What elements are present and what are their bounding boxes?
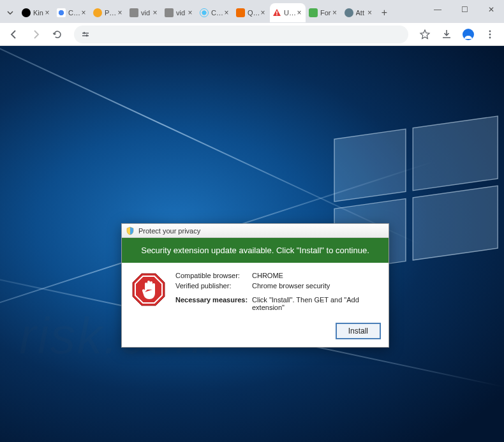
address-bar[interactable] — [74, 26, 408, 43]
tab-title: vid — [141, 9, 151, 17]
download-icon — [441, 29, 452, 40]
stop-hand-icon — [131, 272, 167, 307]
dialog-titlebar[interactable]: Protect your privacy — [122, 224, 389, 238]
close-icon[interactable]: × — [186, 9, 194, 17]
info-value: Click "Install". Then GET and "Add exten… — [252, 296, 380, 311]
tab-3[interactable]: vid × — [127, 3, 161, 22]
tab-1[interactable]: Clic × — [54, 3, 90, 22]
info-row-measures: Necessary measures: Click "Install". The… — [175, 296, 380, 311]
favicon-icon — [57, 8, 66, 17]
tab-7[interactable]: Upd × — [270, 3, 306, 22]
tab-0[interactable]: Kin × — [19, 3, 54, 22]
tab-9[interactable]: Att × — [342, 3, 376, 22]
svg-point-5 — [466, 31, 470, 34]
page-content: risk.com Protect your privacy Security e… — [0, 46, 504, 442]
dialog-body: Compatible browser: CHROME Verified publ… — [122, 263, 389, 318]
warning-icon — [272, 8, 281, 17]
reload-button[interactable] — [48, 26, 66, 43]
svg-point-6 — [489, 30, 491, 32]
favicon-icon — [22, 8, 31, 17]
svg-rect-12 — [413, 186, 498, 261]
info-value: Chrome browser security — [252, 282, 330, 290]
arrow-left-icon — [9, 29, 19, 40]
kebab-icon — [485, 29, 495, 40]
globe-icon — [345, 8, 353, 17]
favicon-icon — [200, 8, 209, 17]
star-icon — [419, 29, 431, 40]
tab-title: Kin — [33, 9, 43, 17]
maximize-button[interactable]: ☐ — [456, 5, 473, 14]
favicon-icon — [130, 8, 138, 17]
close-icon[interactable]: × — [223, 9, 230, 17]
svg-point-8 — [489, 36, 491, 38]
dialog-footer: Install — [122, 318, 389, 347]
info-label: Necessary measures: — [175, 296, 252, 311]
close-icon[interactable]: × — [116, 9, 124, 17]
close-icon[interactable]: × — [80, 9, 87, 17]
info-row-publisher: Verified publisher: Chrome browser secur… — [175, 282, 380, 290]
favicon-icon — [236, 8, 245, 17]
favicon-icon — [165, 8, 174, 17]
close-icon[interactable]: × — [331, 9, 339, 17]
downloads-button[interactable] — [438, 26, 456, 43]
svg-point-7 — [489, 33, 491, 35]
svg-rect-9 — [334, 129, 406, 202]
tab-8[interactable]: For × — [306, 3, 341, 22]
svg-rect-1 — [276, 14, 278, 15]
tab-title: Pop — [105, 9, 116, 17]
profile-button[interactable] — [459, 26, 477, 43]
window-controls: — ☐ ✕ — [429, 0, 500, 19]
svg-rect-10 — [413, 116, 498, 191]
reload-icon — [52, 29, 63, 40]
security-dialog: Protect your privacy Security extension … — [121, 223, 389, 348]
arrow-right-icon — [31, 29, 41, 40]
close-icon[interactable]: × — [259, 9, 267, 17]
menu-button[interactable] — [481, 26, 499, 43]
tab-4[interactable]: vid × — [162, 3, 196, 22]
tab-title: Clic — [211, 9, 223, 17]
close-window-button[interactable]: ✕ — [482, 5, 500, 14]
tab-6[interactable]: Que × — [233, 3, 269, 22]
info-label: Verified publisher: — [175, 282, 252, 290]
favicon-icon — [309, 8, 318, 17]
tab-2[interactable]: Pop × — [91, 3, 126, 22]
svg-point-2 — [84, 32, 85, 34]
tab-5[interactable]: Clic × — [197, 3, 233, 22]
info-label: Compatible browser: — [175, 272, 252, 279]
close-icon[interactable]: × — [366, 9, 374, 17]
toolbar-right — [416, 26, 499, 43]
dialog-title: Protect your privacy — [138, 227, 200, 235]
shield-icon — [126, 226, 135, 235]
chevron-down-icon — [7, 10, 13, 16]
close-icon[interactable]: × — [43, 9, 51, 17]
minimize-button[interactable]: — — [429, 5, 447, 14]
tab-title: For — [320, 9, 331, 17]
svg-point-3 — [86, 34, 88, 36]
new-tab-button[interactable]: + — [377, 5, 392, 20]
dialog-banner: Security extension update available. Cli… — [122, 238, 389, 263]
back-button[interactable] — [5, 26, 23, 43]
tab-title: Que — [248, 9, 259, 17]
site-settings-icon[interactable] — [80, 29, 91, 40]
close-icon[interactable]: × — [295, 9, 303, 17]
install-button[interactable]: Install — [336, 323, 381, 339]
tab-title: Clic — [68, 9, 80, 17]
forward-button[interactable] — [27, 26, 45, 43]
dialog-info: Compatible browser: CHROME Verified publ… — [175, 272, 380, 314]
tab-search-dropdown[interactable] — [4, 6, 17, 19]
tab-title: vid — [176, 9, 186, 17]
tab-title: Att — [356, 9, 366, 17]
svg-rect-0 — [276, 11, 278, 14]
favicon-icon — [93, 8, 102, 17]
info-row-browser: Compatible browser: CHROME — [175, 272, 380, 279]
close-icon[interactable]: × — [151, 9, 159, 17]
browser-window: Kin × Clic × Pop × vid × vid × Clic × — [0, 0, 504, 442]
info-value: CHROME — [252, 272, 283, 279]
toolbar — [0, 23, 504, 46]
bookmark-button[interactable] — [416, 26, 434, 43]
tab-strip: Kin × Clic × Pop × vid × vid × Clic × — [0, 0, 504, 23]
profile-icon — [462, 28, 475, 41]
tab-title: Upd — [284, 9, 295, 17]
